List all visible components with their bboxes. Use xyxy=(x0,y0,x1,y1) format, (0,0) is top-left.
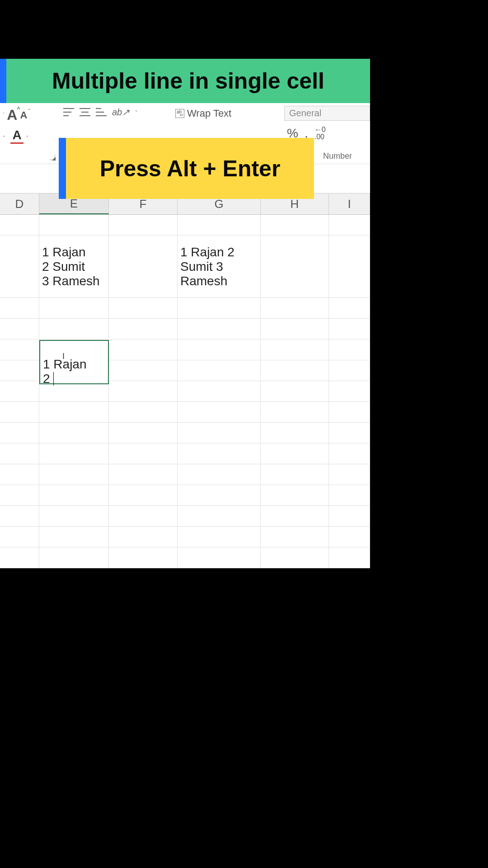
cell[interactable] xyxy=(178,506,261,526)
cell[interactable] xyxy=(0,485,39,505)
cell-H2[interactable] xyxy=(261,236,329,297)
cell[interactable] xyxy=(109,402,178,422)
cell-E2[interactable]: 1 Rajan 2 Sumit 3 Ramesh xyxy=(39,236,109,297)
cell-I1[interactable] xyxy=(329,215,370,235)
cell[interactable] xyxy=(109,443,178,464)
cell[interactable] xyxy=(0,360,39,381)
cell[interactable] xyxy=(261,464,329,485)
cell[interactable] xyxy=(109,506,178,526)
chevron-down-icon[interactable]: ˅ xyxy=(26,135,28,140)
cell-G2[interactable]: 1 Rajan 2 Sumit 3 Ramesh xyxy=(178,236,261,297)
chevron-down-icon[interactable]: ˅ xyxy=(3,135,5,140)
column-header-I[interactable]: I xyxy=(329,193,370,214)
cell[interactable] xyxy=(0,381,39,401)
cell-I2[interactable] xyxy=(329,236,370,297)
cell[interactable] xyxy=(39,547,109,568)
cell[interactable] xyxy=(261,298,329,318)
column-header-D[interactable]: D xyxy=(0,193,39,214)
cell-F2[interactable] xyxy=(109,236,178,297)
font-color-button[interactable]: A xyxy=(10,128,23,144)
cell[interactable] xyxy=(261,360,329,381)
cell[interactable] xyxy=(329,547,370,568)
cell[interactable] xyxy=(261,340,329,360)
cell[interactable] xyxy=(109,319,178,339)
cell[interactable] xyxy=(0,423,39,443)
cell[interactable] xyxy=(329,464,370,485)
cell-D2[interactable] xyxy=(0,236,39,297)
chevron-down-icon[interactable]: ˇ xyxy=(3,113,4,118)
cell[interactable] xyxy=(261,443,329,464)
cell-D1[interactable] xyxy=(0,215,39,235)
cell[interactable] xyxy=(39,506,109,526)
cell[interactable] xyxy=(261,423,329,443)
cell[interactable] xyxy=(261,381,329,401)
cell[interactable] xyxy=(178,464,261,485)
cell[interactable] xyxy=(0,298,39,318)
cell-E1[interactable] xyxy=(39,215,109,235)
cell[interactable] xyxy=(39,298,109,318)
cell[interactable] xyxy=(178,402,261,422)
dialog-launcher-icon[interactable] xyxy=(50,155,55,160)
cell[interactable] xyxy=(109,464,178,485)
cell[interactable] xyxy=(109,340,178,360)
cell[interactable] xyxy=(329,485,370,505)
cell[interactable] xyxy=(109,298,178,318)
cell[interactable] xyxy=(109,381,178,401)
cell[interactable] xyxy=(329,360,370,381)
cell[interactable] xyxy=(329,319,370,339)
cell[interactable] xyxy=(109,423,178,443)
cell[interactable] xyxy=(0,506,39,526)
decrease-decimal-button[interactable]: ←0.00 xyxy=(314,126,326,141)
cell[interactable] xyxy=(178,298,261,318)
cell[interactable] xyxy=(178,547,261,568)
align-bottom-icon[interactable] xyxy=(96,108,107,116)
cell-H1[interactable] xyxy=(261,215,329,235)
cell[interactable] xyxy=(0,402,39,422)
cell-F1[interactable] xyxy=(109,215,178,235)
decrease-font-icon[interactable]: A xyxy=(20,109,27,121)
cell[interactable] xyxy=(0,527,39,547)
cell[interactable] xyxy=(39,319,109,339)
cell[interactable] xyxy=(178,360,261,381)
cell[interactable] xyxy=(178,485,261,505)
cell[interactable] xyxy=(39,402,109,422)
cell[interactable] xyxy=(109,360,178,381)
cell[interactable] xyxy=(0,547,39,568)
cell[interactable] xyxy=(329,443,370,464)
cell[interactable] xyxy=(329,423,370,443)
cell[interactable] xyxy=(178,319,261,339)
cell[interactable] xyxy=(329,381,370,401)
cell-G1[interactable] xyxy=(178,215,261,235)
cell[interactable] xyxy=(178,340,261,360)
number-format-dropdown[interactable]: General xyxy=(284,106,370,121)
cell[interactable] xyxy=(178,423,261,443)
cell[interactable] xyxy=(0,464,39,485)
chevron-down-icon[interactable]: ˅ xyxy=(135,110,137,115)
cell[interactable] xyxy=(39,464,109,485)
wrap-text-button[interactable]: Wrap Text xyxy=(172,106,235,121)
cell[interactable] xyxy=(329,527,370,547)
align-middle-icon[interactable] xyxy=(80,108,90,116)
increase-font-icon[interactable]: A xyxy=(7,107,17,123)
cell[interactable] xyxy=(39,423,109,443)
align-top-icon[interactable] xyxy=(63,108,74,116)
cell[interactable] xyxy=(178,443,261,464)
cell[interactable] xyxy=(178,381,261,401)
cell[interactable] xyxy=(329,506,370,526)
cell[interactable] xyxy=(39,527,109,547)
editing-cell[interactable]: 1 Rajan 2 xyxy=(39,340,109,384)
cell[interactable] xyxy=(39,485,109,505)
cell[interactable] xyxy=(109,527,178,547)
orientation-icon[interactable]: ab↗ xyxy=(112,107,130,118)
cell[interactable] xyxy=(329,340,370,360)
cell[interactable] xyxy=(39,443,109,464)
cell[interactable] xyxy=(109,547,178,568)
cell[interactable] xyxy=(109,485,178,505)
cell[interactable] xyxy=(0,340,39,360)
cell[interactable] xyxy=(261,547,329,568)
cell[interactable] xyxy=(0,443,39,464)
cell[interactable] xyxy=(261,319,329,339)
cell[interactable] xyxy=(261,506,329,526)
cell[interactable] xyxy=(0,319,39,339)
cell[interactable] xyxy=(261,402,329,422)
